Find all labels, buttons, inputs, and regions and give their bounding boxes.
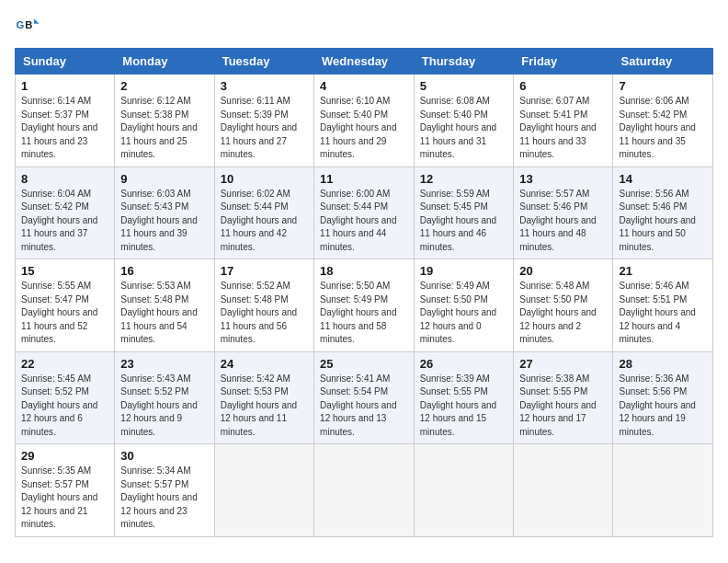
day-detail: Sunrise: 5:56 AM Sunset: 5:46 PM Dayligh… (619, 188, 707, 255)
day-number: 15 (21, 264, 108, 278)
day-number: 18 (320, 264, 408, 278)
calendar-cell: 4 Sunrise: 6:10 AM Sunset: 5:40 PM Dayli… (314, 75, 415, 167)
calendar-week-5: 29 Sunrise: 5:35 AM Sunset: 5:57 PM Dayl… (16, 444, 713, 537)
weekday-header-saturday: Saturday (613, 49, 713, 75)
day-number: 29 (21, 449, 108, 463)
day-number: 14 (619, 172, 707, 186)
calendar-cell: 26 Sunrise: 5:39 AM Sunset: 5:55 PM Dayl… (414, 351, 514, 444)
calendar-cell (613, 444, 713, 537)
calendar-cell: 19 Sunrise: 5:49 AM Sunset: 5:50 PM Dayl… (414, 259, 514, 352)
calendar-week-2: 8 Sunrise: 6:04 AM Sunset: 5:42 PM Dayli… (16, 167, 713, 259)
day-number: 24 (221, 357, 308, 371)
calendar-cell (514, 444, 613, 537)
calendar-cell: 23 Sunrise: 5:43 AM Sunset: 5:52 PM Dayl… (115, 351, 214, 444)
day-number: 9 (120, 172, 208, 186)
day-number: 3 (221, 79, 308, 93)
calendar-cell: 3 Sunrise: 6:11 AM Sunset: 5:39 PM Dayli… (214, 75, 313, 167)
day-detail: Sunrise: 5:43 AM Sunset: 5:52 PM Dayligh… (120, 373, 208, 440)
calendar-cell: 16 Sunrise: 5:53 AM Sunset: 5:48 PM Dayl… (115, 259, 214, 352)
day-detail: Sunrise: 5:53 AM Sunset: 5:48 PM Dayligh… (120, 280, 208, 347)
calendar-cell: 5 Sunrise: 6:08 AM Sunset: 5:40 PM Dayli… (414, 75, 514, 167)
calendar-cell: 21 Sunrise: 5:46 AM Sunset: 5:51 PM Dayl… (613, 259, 713, 352)
day-number: 22 (21, 357, 108, 371)
day-detail: Sunrise: 6:00 AM Sunset: 5:44 PM Dayligh… (320, 188, 408, 255)
calendar-cell: 8 Sunrise: 6:04 AM Sunset: 5:42 PM Dayli… (16, 167, 115, 259)
day-detail: Sunrise: 5:52 AM Sunset: 5:48 PM Dayligh… (221, 280, 308, 347)
day-detail: Sunrise: 6:03 AM Sunset: 5:43 PM Dayligh… (120, 188, 208, 255)
day-number: 2 (120, 79, 208, 93)
day-detail: Sunrise: 5:45 AM Sunset: 5:52 PM Dayligh… (21, 373, 108, 440)
day-number: 21 (619, 264, 707, 278)
day-detail: Sunrise: 5:49 AM Sunset: 5:50 PM Dayligh… (420, 280, 508, 347)
day-detail: Sunrise: 5:36 AM Sunset: 5:56 PM Dayligh… (619, 373, 707, 440)
weekday-header-tuesday: Tuesday (214, 49, 313, 75)
calendar-cell: 17 Sunrise: 5:52 AM Sunset: 5:48 PM Dayl… (214, 259, 313, 352)
day-detail: Sunrise: 6:12 AM Sunset: 5:38 PM Dayligh… (120, 95, 208, 162)
day-number: 8 (21, 172, 108, 186)
day-number: 17 (221, 264, 308, 278)
day-detail: Sunrise: 6:14 AM Sunset: 5:37 PM Dayligh… (21, 95, 108, 162)
calendar-week-4: 22 Sunrise: 5:45 AM Sunset: 5:52 PM Dayl… (16, 351, 713, 444)
calendar-cell: 28 Sunrise: 5:36 AM Sunset: 5:56 PM Dayl… (613, 351, 713, 444)
day-number: 26 (420, 357, 508, 371)
calendar-header: SundayMondayTuesdayWednesdayThursdayFrid… (16, 49, 713, 75)
day-number: 13 (519, 172, 607, 186)
weekday-header-sunday: Sunday (16, 49, 115, 75)
day-detail: Sunrise: 5:57 AM Sunset: 5:46 PM Dayligh… (519, 188, 607, 255)
svg-marker-2 (34, 18, 40, 24)
calendar-cell: 27 Sunrise: 5:38 AM Sunset: 5:55 PM Dayl… (514, 351, 613, 444)
day-detail: Sunrise: 5:35 AM Sunset: 5:57 PM Dayligh… (21, 465, 108, 532)
day-number: 5 (420, 79, 508, 93)
day-detail: Sunrise: 5:42 AM Sunset: 5:53 PM Dayligh… (221, 373, 308, 440)
day-number: 20 (519, 264, 607, 278)
calendar-cell: 29 Sunrise: 5:35 AM Sunset: 5:57 PM Dayl… (16, 444, 115, 537)
calendar-cell: 13 Sunrise: 5:57 AM Sunset: 5:46 PM Dayl… (514, 167, 613, 259)
day-detail: Sunrise: 5:55 AM Sunset: 5:47 PM Dayligh… (21, 280, 108, 347)
calendar-cell: 1 Sunrise: 6:14 AM Sunset: 5:37 PM Dayli… (16, 75, 115, 167)
day-detail: Sunrise: 5:41 AM Sunset: 5:54 PM Dayligh… (320, 373, 408, 440)
calendar-cell (414, 444, 514, 537)
day-number: 1 (21, 79, 108, 93)
logo: G B (15, 15, 44, 40)
calendar-cell: 12 Sunrise: 5:59 AM Sunset: 5:45 PM Dayl… (414, 167, 514, 259)
day-number: 7 (619, 79, 707, 93)
day-number: 27 (519, 357, 607, 371)
day-detail: Sunrise: 6:11 AM Sunset: 5:39 PM Dayligh… (221, 95, 308, 162)
day-detail: Sunrise: 6:08 AM Sunset: 5:40 PM Dayligh… (420, 95, 508, 162)
day-detail: Sunrise: 5:38 AM Sunset: 5:55 PM Dayligh… (519, 373, 607, 440)
svg-text:G: G (16, 19, 24, 30)
day-number: 12 (420, 172, 508, 186)
day-detail: Sunrise: 5:50 AM Sunset: 5:49 PM Dayligh… (320, 280, 408, 347)
day-detail: Sunrise: 6:10 AM Sunset: 5:40 PM Dayligh… (320, 95, 408, 162)
weekday-header-friday: Friday (514, 49, 613, 75)
calendar-cell: 22 Sunrise: 5:45 AM Sunset: 5:52 PM Dayl… (16, 351, 115, 444)
calendar-cell: 9 Sunrise: 6:03 AM Sunset: 5:43 PM Dayli… (115, 167, 214, 259)
day-number: 10 (221, 172, 308, 186)
day-detail: Sunrise: 5:46 AM Sunset: 5:51 PM Dayligh… (619, 280, 707, 347)
day-number: 4 (320, 79, 408, 93)
svg-text:B: B (25, 19, 32, 30)
day-number: 23 (120, 357, 208, 371)
calendar-cell (314, 444, 415, 537)
calendar-cell: 25 Sunrise: 5:41 AM Sunset: 5:54 PM Dayl… (314, 351, 415, 444)
calendar-cell: 15 Sunrise: 5:55 AM Sunset: 5:47 PM Dayl… (16, 259, 115, 352)
day-detail: Sunrise: 6:07 AM Sunset: 5:41 PM Dayligh… (519, 95, 607, 162)
day-number: 11 (320, 172, 408, 186)
weekday-header-monday: Monday (115, 49, 214, 75)
day-number: 16 (120, 264, 208, 278)
day-detail: Sunrise: 6:04 AM Sunset: 5:42 PM Dayligh… (21, 188, 108, 255)
weekday-header-wednesday: Wednesday (314, 49, 415, 75)
day-detail: Sunrise: 5:34 AM Sunset: 5:57 PM Dayligh… (120, 465, 208, 532)
calendar-cell (214, 444, 313, 537)
calendar-cell: 24 Sunrise: 5:42 AM Sunset: 5:53 PM Dayl… (214, 351, 313, 444)
day-detail: Sunrise: 5:59 AM Sunset: 5:45 PM Dayligh… (420, 188, 508, 255)
page-header: G B (15, 15, 713, 40)
calendar-cell: 7 Sunrise: 6:06 AM Sunset: 5:42 PM Dayli… (613, 75, 713, 167)
calendar-cell: 11 Sunrise: 6:00 AM Sunset: 5:44 PM Dayl… (314, 167, 415, 259)
weekday-header-row: SundayMondayTuesdayWednesdayThursdayFrid… (16, 49, 713, 75)
calendar-body: 1 Sunrise: 6:14 AM Sunset: 5:37 PM Dayli… (16, 75, 713, 537)
calendar-cell: 30 Sunrise: 5:34 AM Sunset: 5:57 PM Dayl… (115, 444, 214, 537)
calendar-cell: 2 Sunrise: 6:12 AM Sunset: 5:38 PM Dayli… (115, 75, 214, 167)
calendar-week-1: 1 Sunrise: 6:14 AM Sunset: 5:37 PM Dayli… (16, 75, 713, 167)
day-detail: Sunrise: 6:06 AM Sunset: 5:42 PM Dayligh… (619, 95, 707, 162)
